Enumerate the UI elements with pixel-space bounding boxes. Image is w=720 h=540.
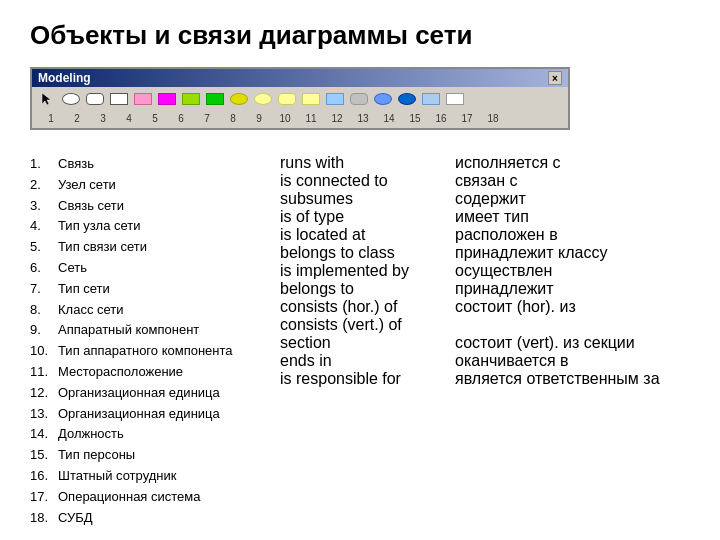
list-item: 6.Сеть [30, 258, 250, 279]
list-item: 13.Организационная единица [30, 404, 250, 425]
list-item: 10.Тип аппаратного компонента [30, 341, 250, 362]
relation-en: consists (vert.) of [280, 316, 455, 334]
num-9: 9 [246, 113, 272, 124]
list-num: 12. [30, 383, 58, 404]
list-num: 5. [30, 237, 58, 258]
relation-ru: принадлежит [455, 280, 554, 298]
relation-row: is responsible forявляется ответственным… [280, 370, 690, 388]
num-12: 12 [324, 113, 350, 124]
list-label: Операционная система [58, 489, 201, 504]
list-num: 16. [30, 466, 58, 487]
oval-tool-white[interactable] [60, 89, 82, 109]
num-5: 5 [142, 113, 168, 124]
list-label: Тип узла сети [58, 218, 141, 233]
relation-row: subsumesсодержит [280, 190, 690, 208]
list-num: 11. [30, 362, 58, 383]
list-item: 17.Операционная система [30, 487, 250, 508]
oval-tool-yellowgreen[interactable] [228, 89, 250, 109]
list-num: 7. [30, 279, 58, 300]
list-label: Связь сети [58, 198, 124, 213]
list-section: 1.Связь2.Узел сети3.Связь сети4.Тип узла… [30, 154, 250, 528]
rect-tool-lightyellow[interactable] [300, 89, 322, 109]
rect-tool-lightblue2[interactable] [420, 89, 442, 109]
list-label: Связь [58, 156, 94, 171]
rounded-rect-tool-lightyellow[interactable] [276, 89, 298, 109]
list-num: 6. [30, 258, 58, 279]
list-label: Класс сети [58, 302, 124, 317]
num-6: 6 [168, 113, 194, 124]
list-item: 9.Аппаратный компонент [30, 320, 250, 341]
rect-tool-lightblue[interactable] [324, 89, 346, 109]
rounded-rect-tool-gray[interactable] [348, 89, 370, 109]
relation-en: is responsible for [280, 370, 455, 388]
relation-row: is of typeимеет тип [280, 208, 690, 226]
relation-en: is located at [280, 226, 455, 244]
list-num: 4. [30, 216, 58, 237]
relation-en: belongs to class [280, 244, 455, 262]
content-area: 1.Связь2.Узел сети3.Связь сети4.Тип узла… [30, 154, 690, 528]
list-item: 3.Связь сети [30, 196, 250, 217]
relation-ru: состоит (hor). из [455, 298, 576, 316]
relation-en: is connected to [280, 172, 455, 190]
list-item: 15.Тип персоны [30, 445, 250, 466]
relation-ru: связан с [455, 172, 518, 190]
list-item: 5.Тип связи сети [30, 237, 250, 258]
cursor-tool[interactable] [36, 89, 58, 109]
relation-ru: исполняется с [455, 154, 561, 172]
relation-row: sectionсостоит (vert). из секции [280, 334, 690, 352]
list-label: СУБД [58, 510, 93, 525]
relation-ru: расположен в [455, 226, 558, 244]
list-item: 16.Штатный сотрудник [30, 466, 250, 487]
relation-ru: имеет тип [455, 208, 529, 226]
num-2: 2 [64, 113, 90, 124]
relation-en: ends in [280, 352, 455, 370]
relation-row: belongs to classпринадлежит классу [280, 244, 690, 262]
list-num: 18. [30, 508, 58, 529]
list-label: Организационная единица [58, 406, 220, 421]
rect-tool-green[interactable] [204, 89, 226, 109]
list-num: 8. [30, 300, 58, 321]
list-label: Тип аппаратного компонента [58, 343, 233, 358]
oval-tool-lightyellow[interactable] [252, 89, 274, 109]
relation-en: is of type [280, 208, 455, 226]
relation-row: consists (vert.) of [280, 316, 690, 334]
list-num: 14. [30, 424, 58, 445]
list-label: Сеть [58, 260, 87, 275]
list-label: Тип персоны [58, 447, 135, 462]
relations-section: runs withисполняется сis connected toсвя… [280, 154, 690, 528]
relation-row: consists (hor.) ofсостоит (hor). из [280, 298, 690, 316]
num-10: 10 [272, 113, 298, 124]
rect-tool-pink[interactable] [132, 89, 154, 109]
num-17: 17 [454, 113, 480, 124]
toolbar-row [32, 87, 568, 111]
list-num: 2. [30, 175, 58, 196]
list-label: Узел сети [58, 177, 116, 192]
num-13: 13 [350, 113, 376, 124]
close-button[interactable]: × [548, 71, 562, 85]
list-label: Тип связи сети [58, 239, 147, 254]
rect-tool-magenta[interactable] [156, 89, 178, 109]
list-num: 17. [30, 487, 58, 508]
list-num: 15. [30, 445, 58, 466]
list-item: 18.СУБД [30, 508, 250, 529]
num-7: 7 [194, 113, 220, 124]
num-15: 15 [402, 113, 428, 124]
rect-tool-white[interactable] [108, 89, 130, 109]
oval-tool-blue[interactable] [372, 89, 394, 109]
list-label: Организационная единица [58, 385, 220, 400]
relation-en: section [280, 334, 455, 352]
list-label: Штатный сотрудник [58, 468, 176, 483]
list-label: Должность [58, 426, 124, 441]
relation-ru: является ответственным за [455, 370, 660, 388]
list-num: 10. [30, 341, 58, 362]
rect-tool-white2[interactable] [444, 89, 466, 109]
relation-ru: осуществлен [455, 262, 552, 280]
rounded-rect-tool-white[interactable] [84, 89, 106, 109]
rect-tool-lime[interactable] [180, 89, 202, 109]
relation-ru: оканчивается в [455, 352, 569, 370]
oval-tool-darkblue[interactable] [396, 89, 418, 109]
relation-row: belongs toпринадлежит [280, 280, 690, 298]
list-label: Тип сети [58, 281, 110, 296]
num-8: 8 [220, 113, 246, 124]
relation-row: is connected toсвязан с [280, 172, 690, 190]
